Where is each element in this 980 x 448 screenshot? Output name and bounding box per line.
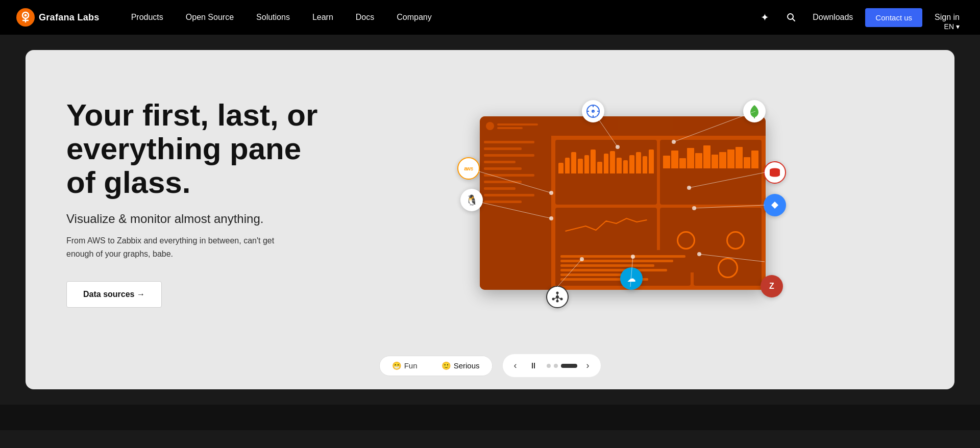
nav-open-source[interactable]: Open Source: [175, 0, 245, 35]
data-sources-button[interactable]: Data sources →: [66, 281, 162, 308]
header-line-2: [497, 127, 523, 129]
bar: [565, 158, 570, 173]
nav-signin[interactable]: Sign in: [930, 13, 964, 22]
hero-subtitle: Visualize & monitor almost anything.: [66, 212, 332, 226]
nav-company[interactable]: Company: [385, 0, 443, 35]
dashboard-bottom-row: [555, 250, 762, 286]
list-line: [560, 269, 667, 271]
gauge-1: [677, 231, 695, 250]
nav-downloads[interactable]: Downloads: [808, 13, 857, 22]
svg-point-0: [16, 8, 35, 27]
aws-icon: aws: [457, 157, 480, 180]
list-line: [560, 260, 673, 262]
search-icon[interactable]: [782, 8, 800, 27]
svg-point-19: [560, 298, 563, 301]
gauge-3: [718, 258, 738, 278]
bar: [610, 151, 615, 173]
hero-text: Your first, last, or everything pane of …: [66, 98, 332, 307]
bar: [643, 156, 648, 173]
bar: [578, 159, 583, 173]
language-selector[interactable]: EN ▾: [944, 22, 960, 31]
kafka-icon: [546, 286, 569, 308]
nav-docs[interactable]: Docs: [345, 0, 385, 35]
svg-line-6: [793, 19, 795, 21]
bar-chart: [558, 143, 654, 173]
dashboard-main-area: [551, 136, 766, 290]
carousel-pause-button[interactable]: ⏸: [526, 359, 541, 372]
tone-switcher: 😁 Fun 🙂 Serious: [379, 356, 492, 376]
arrow-pointer-icon[interactable]: ✦: [755, 8, 774, 27]
svg-point-15: [556, 295, 559, 298]
header-line-1: [497, 123, 538, 126]
influxdb-icon: [764, 194, 786, 216]
linux-icon: 🐧: [460, 189, 483, 211]
svg-point-16: [556, 292, 559, 294]
right-bar-chart: [663, 143, 758, 168]
svg-point-8: [592, 110, 595, 113]
nav-learn[interactable]: Learn: [301, 0, 345, 35]
carousel-dot-1: [547, 364, 551, 368]
svg-line-22: [554, 298, 556, 298]
kubernetes-icon: [582, 100, 604, 122]
brand-name: Grafana Labs: [39, 12, 100, 23]
dashboard-body: [480, 136, 766, 290]
language-label: EN: [944, 22, 954, 31]
hero-description: From AWS to Zabbix and everything in bet…: [66, 234, 281, 260]
carousel-dot-2: [554, 364, 558, 368]
bar-right: [663, 156, 670, 168]
hero-content: Your first, last, or everything pane of …: [26, 50, 954, 346]
hero-image-area: aws 🐧 Z ☁: [332, 86, 914, 320]
gauge-2: [726, 231, 745, 250]
bar-right: [679, 158, 687, 168]
logo-link[interactable]: Grafana Labs: [16, 8, 100, 27]
salesforce-icon: ☁: [620, 267, 643, 290]
dashboard-sidebar: [480, 136, 551, 290]
bar-right: [719, 152, 726, 169]
hero-title: Your first, last, or everything pane of …: [66, 98, 332, 200]
bar-right: [671, 151, 678, 168]
bottom-bar: [0, 405, 980, 430]
dashboard-illustration: aws 🐧 Z ☁: [470, 106, 776, 300]
bar-right: [687, 148, 694, 168]
carousel-controls: ‹ ⏸ ›: [503, 354, 601, 377]
carousel-dots: [547, 364, 577, 368]
dashboard-header-lines: [497, 123, 760, 129]
svg-point-17: [556, 300, 559, 303]
bar-right: [751, 151, 758, 168]
carousel-next-button[interactable]: ›: [583, 358, 593, 373]
bar-right: [727, 150, 734, 169]
dashboard-header-icon: [486, 122, 494, 130]
hero-wrapper: Your first, last, or everything pane of …: [0, 35, 980, 405]
bar: [591, 150, 596, 173]
svg-point-18: [552, 298, 555, 301]
serious-tone-button[interactable]: 🙂 Serious: [429, 356, 492, 376]
bar: [571, 152, 576, 173]
zabbix-icon: Z: [761, 275, 783, 297]
bar-right: [703, 145, 710, 168]
mongodb-icon: [743, 100, 766, 122]
bar: [558, 163, 564, 173]
nav-links: Products Open Source Solutions Learn Doc…: [120, 0, 756, 35]
bar: [617, 158, 622, 173]
nav-solutions[interactable]: Solutions: [245, 0, 301, 35]
grafana-logo-icon: [16, 8, 35, 27]
bar: [629, 155, 634, 173]
bar: [604, 154, 609, 173]
chevron-down-icon: ▾: [956, 22, 960, 31]
nav-right: ✦ Downloads Contact us Sign in: [755, 8, 964, 27]
nav-products[interactable]: Products: [120, 0, 175, 35]
bar-right: [744, 157, 751, 169]
right-bar-chart-panel: [660, 140, 762, 205]
bar: [597, 162, 602, 173]
dashboard-main: [480, 116, 766, 290]
hero-footer: 😁 Fun 🙂 Serious ‹ ⏸ ›: [26, 346, 954, 389]
navbar: Grafana Labs Products Open Source Soluti…: [0, 0, 980, 35]
carousel-prev-button[interactable]: ‹: [511, 358, 520, 373]
redis-icon: [764, 161, 786, 184]
list-line: [560, 255, 685, 258]
svg-point-4: [24, 14, 27, 17]
bar: [649, 150, 654, 173]
fun-tone-button[interactable]: 😁 Fun: [380, 356, 429, 376]
contact-us-button[interactable]: Contact us: [865, 8, 922, 27]
bottom-gauge-panel: [694, 250, 762, 286]
